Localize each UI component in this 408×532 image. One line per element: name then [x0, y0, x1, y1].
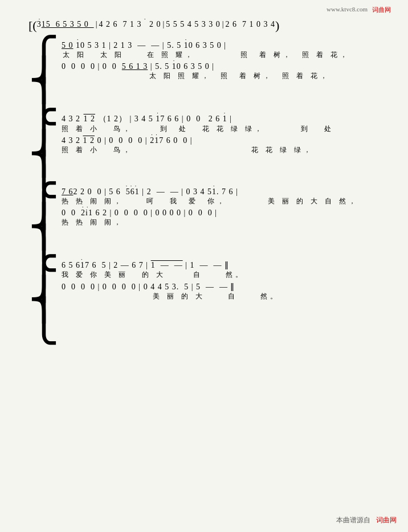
bar-s1-1: |	[109, 41, 111, 50]
section-3-brace: ⎧⎨⎩	[28, 195, 59, 259]
section-3-rows: 7 6 2 2 0 0 | 5 6 ·5 ·6 ·1 | 2 — —	[62, 187, 380, 228]
s1-b5: 0 6 3 5 0	[177, 62, 210, 71]
bar-s3-b4: |	[215, 208, 217, 218]
s1-n1: 5 0	[62, 41, 74, 50]
s4-dot1: ·1	[80, 261, 85, 270]
s1-n5: 2 1 3 — —	[113, 41, 160, 50]
section-4-rows: 6 5 6 ·1 7 6 5 | 2 — 6 7 | 1 — — | 1 — —…	[62, 260, 380, 302]
footer-link[interactable]: 词曲网	[376, 515, 397, 525]
note-3-dot2: ·	[144, 20, 147, 29]
bar-s2-b3: |	[190, 136, 193, 145]
intro-close-bracket: )	[275, 18, 279, 33]
intro-notes: ·3 15 6 5 3 5 0	[37, 20, 94, 29]
bar-s2-2: |	[182, 114, 184, 124]
s2-dot1: ·1	[156, 114, 160, 124]
bar-s3-4: |	[236, 187, 238, 197]
intro-notes4: 2 6 7 1 0 3 4	[226, 20, 276, 29]
s2-dot2: ·1	[223, 114, 227, 124]
section-2-brace: ⎧⎨⎩	[28, 122, 59, 186]
s1-lyrics-2: 太 阳 照 耀， 照 着 树， 照 着 花，	[62, 71, 380, 81]
section-2: ⎧⎨⎩ 4 3 2 1 2 （1 2） | 3 4 5 ·1 7 6 6 |	[28, 114, 380, 178]
s2-n2: 3 4 5	[134, 114, 153, 124]
bar-s3-b3: |	[184, 208, 186, 218]
s2-arc: 1 2	[84, 114, 96, 124]
bar3: |	[222, 20, 224, 29]
page: www.ktvc8.com 词曲网 [( ·3 15 6 5 3 5 0 | 4…	[0, 0, 408, 532]
bar-s4-b2: |	[138, 283, 141, 292]
s2-b1: 4 3 2	[62, 136, 80, 145]
final-bar-s4-2: ‖	[230, 282, 235, 292]
s3-n2: 2 2 0 0	[74, 187, 102, 197]
bar-s4-1: |	[109, 261, 111, 270]
bar-s3-3: |	[181, 187, 183, 197]
bar-s4-b3: |	[191, 283, 194, 292]
s3-b2: 1 6 2	[88, 208, 107, 218]
s4-lyrics-2: 美 丽 的 大 自 然。	[62, 292, 380, 301]
bar2: |	[162, 20, 164, 29]
s2-paren: （1 2）	[99, 114, 128, 124]
intro-section: [( ·3 15 6 5 3 5 0 | 4 2 6 7 1 3 · 2 0 |…	[28, 17, 380, 32]
s3-b3: 0 0 0 0	[115, 208, 148, 218]
section-1-brace: ⎧⎨⎩	[28, 49, 59, 113]
s4-score-2: 0 0 0 0 | 0 0 0 0 | 0 4 4 5 3. 5 | 5 — —…	[62, 282, 380, 292]
bar-s2-1: |	[130, 114, 132, 124]
bar1: |	[96, 20, 97, 29]
bar-s1-3: |	[224, 41, 226, 50]
s2-b-dot2: ·1	[154, 136, 159, 145]
s2-b2: 0	[97, 136, 102, 145]
bar-s1-b3: |	[212, 62, 214, 71]
s1-n8: 0 6 3 5 0	[189, 41, 222, 50]
s4-n5: 1 — —	[190, 261, 222, 270]
bar-s3-b2: |	[150, 208, 153, 218]
s2-b4: 7 6 0 0	[159, 136, 187, 145]
s3-dot3: ·1	[135, 187, 140, 197]
s1-b2n: 5 6 1 3	[122, 62, 148, 71]
s3-n3: 5 6	[109, 187, 126, 197]
bar-s3-b1: |	[109, 208, 112, 218]
s2-lyrics-1: 照 着 小 鸟， 到 处 花 花 绿 绿， 到 处	[62, 124, 380, 134]
s3-lyrics-1: 热 热 闹 闹， 呵 我 爱 你， 美 丽 的 大 自 然，	[62, 197, 380, 206]
bar-s1-2: |	[162, 41, 165, 50]
bar-s1-b2: |	[150, 62, 153, 71]
footer-text: 本曲谱源自	[336, 515, 370, 525]
s2-b-dot1: ·2	[150, 136, 154, 145]
s3-n6: . 7 6	[217, 187, 234, 197]
s2-n4: 0 0 2 6	[186, 114, 223, 124]
s3-b4: 0 0 0 0	[156, 208, 182, 218]
final-bar-s4: ‖	[225, 260, 229, 270]
s1-b2: 0 0	[103, 62, 122, 71]
bar-s4-3: |	[185, 261, 187, 270]
s3-b-dot2: ·i	[85, 208, 88, 218]
content-area: [( ·3 15 6 5 3 5 0 | 4 2 6 7 1 3 · 2 0 |…	[17, 17, 391, 324]
s3-dot1: ·5	[126, 187, 130, 197]
s3-b1: 0 0	[62, 208, 81, 218]
s3-dot2: ·6	[130, 187, 135, 197]
s3-n5: 0 3 4 5	[186, 187, 212, 197]
s4-b4: 5 — —	[196, 283, 228, 292]
bar-s4-b1: |	[98, 283, 100, 292]
s3-b5: 0 0 0	[189, 208, 213, 218]
section-1-rows: 5 0 ·1 0 5 3 1 | 2 1 3 — — | 5. 5 ·1 0 6…	[62, 41, 380, 82]
intro-notes3: 5 5 5 4 5 3 3 0	[166, 20, 221, 29]
s3-score-1: 7 6 2 2 0 0 | 5 6 ·5 ·6 ·1 | 2 — —	[62, 187, 380, 197]
website-url: www.ktvc8.com	[327, 6, 368, 14]
s1-n4: 1	[102, 41, 107, 50]
section-3: ⎧⎨⎩ 7 6 2 2 0 0 | 5 6 ·5 ·6 ·1	[28, 187, 380, 251]
s4-b3: 0 4 4 5 3. 5	[144, 283, 189, 292]
s2-score-1: 4 3 2 1 2 （1 2） | 3 4 5 ·1 7 6 6 | 0 0 2…	[62, 114, 380, 124]
s1-n3: 0 5 3	[80, 41, 99, 50]
s2-n1: 4 3 2	[62, 114, 80, 124]
s1-lyrics-1: 太 阳 太 阳 在 照 耀， 照 着 树， 照 着 花，	[62, 50, 380, 60]
s1-n7-dot: ·1	[184, 41, 189, 50]
section-2-rows: 4 3 2 1 2 （1 2） | 3 4 5 ·1 7 6 6 | 0 0 2…	[62, 114, 380, 156]
note-3-dot: ·3	[37, 20, 42, 29]
s1-b3: 5. 5	[155, 62, 169, 71]
s3-n4: 2 — —	[147, 187, 179, 197]
s4-n1: 6 5 6	[62, 261, 80, 270]
s2-b-arc: 1 2	[83, 136, 95, 145]
s1-n6: 5. 5	[167, 41, 181, 50]
intro-open-bracket: [(	[28, 18, 37, 33]
bar-s3-2: |	[142, 187, 144, 197]
s1-b1: 0 0 0 0	[62, 62, 95, 71]
s3-dot4: ·1	[212, 187, 217, 197]
